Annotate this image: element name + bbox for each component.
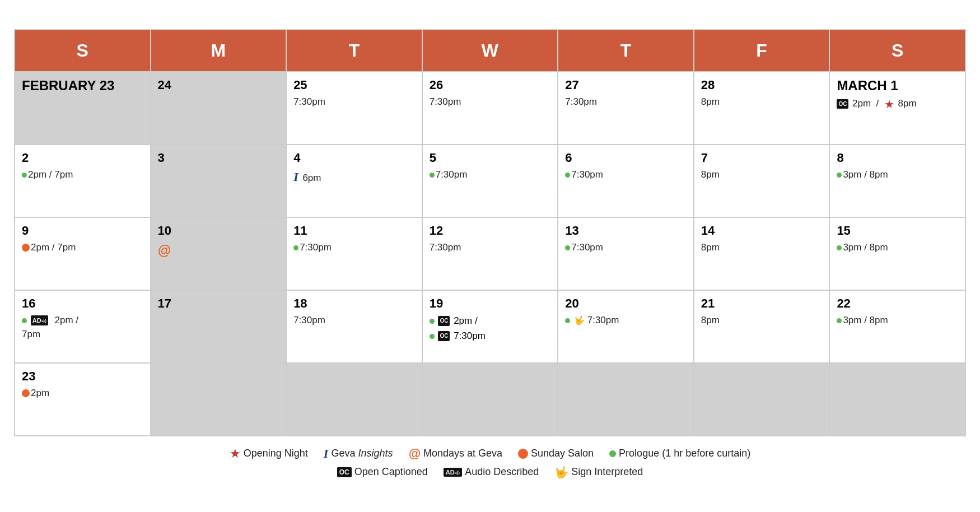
day-number: 16 xyxy=(22,296,143,311)
day-number: 10 xyxy=(158,224,279,238)
cell-mar7: 7 8pm xyxy=(694,145,830,217)
cell-mar4: 4 I 6pm xyxy=(286,145,422,217)
day-number: 22 xyxy=(837,296,958,311)
day-number: 18 xyxy=(293,296,415,311)
cell-mar9: 9 2pm / 7pm xyxy=(15,217,151,290)
prologue-dot xyxy=(22,173,27,178)
week-row-1: FEBRUARY 23 24 25 7:30pm 26 7:30pm xyxy=(15,72,965,145)
times: 7:30pm xyxy=(430,242,461,253)
cell-mar8: 8 3pm / 8pm xyxy=(829,145,965,217)
week-row-4: 16 AD» 2pm /7pm 17 18 7:30pm xyxy=(15,290,965,363)
times: 7:30pm xyxy=(293,242,332,253)
day-number: 5 xyxy=(430,151,551,165)
times: 7:30pm xyxy=(293,315,325,325)
cell-mar16: 16 AD» 2pm /7pm xyxy=(15,290,151,363)
prologue-dot xyxy=(22,318,27,323)
at-icon: @ xyxy=(158,243,171,258)
legend-ad: AD» Audio Described xyxy=(444,466,539,478)
legend-opening-night-label: Opening Night xyxy=(244,448,308,459)
legend-insights-icon: I xyxy=(324,446,329,461)
legend-sign-label: Sign Interpreted xyxy=(571,466,643,478)
prologue-dot xyxy=(430,319,435,324)
day-number: 26 xyxy=(430,78,551,92)
times: 8pm xyxy=(701,96,720,107)
legend-opening-night: ★ Opening Night xyxy=(230,446,308,461)
times: 3pm / 8pm xyxy=(837,169,888,180)
cell-mar10: 10 @ xyxy=(151,217,287,290)
day-number: 13 xyxy=(565,224,687,238)
legend-sign: 🤟 Sign Interpreted xyxy=(554,466,643,479)
legend-prologue-label: Prologue (1 hr before curtain) xyxy=(619,448,750,459)
header-saturday: S xyxy=(829,30,965,72)
times: @ xyxy=(158,246,171,257)
prologue-dot xyxy=(565,245,570,250)
day-number: 8 xyxy=(837,151,958,165)
times: I 6pm xyxy=(293,173,321,183)
day-number: 2 xyxy=(22,151,143,165)
day-number: MARCH 1 xyxy=(837,78,958,94)
legend-insights-label: Geva Insights xyxy=(331,448,393,459)
legend-sunday-salon: Sunday Salon xyxy=(518,448,594,459)
header-row: S M T W T F S xyxy=(15,30,965,72)
cell-mar20: 20 🤟 7:30pm xyxy=(558,290,694,363)
cell-mar1: MARCH 1 OC 2pm / ★ 8pm xyxy=(829,72,965,145)
legend-mondays: @ Mondays at Geva xyxy=(408,446,502,461)
legend-insights: I Geva Insights xyxy=(324,446,393,461)
cell-mar2: 2 2pm / 7pm xyxy=(15,145,151,217)
cell-feb25: 25 7:30pm xyxy=(286,72,422,145)
cell-mar15: 15 3pm / 8pm xyxy=(829,217,965,290)
day-number: FEBRUARY 23 xyxy=(22,78,143,94)
cell-mar13: 13 7:30pm xyxy=(558,217,694,290)
cell-feb26: 26 7:30pm xyxy=(422,72,558,145)
cell-feb23: FEBRUARY 23 xyxy=(15,72,151,145)
header-tuesday: T xyxy=(286,30,422,72)
oc-icon: OC xyxy=(438,316,450,326)
times: 3pm / 8pm xyxy=(837,315,888,325)
day-number: 4 xyxy=(293,151,415,165)
times: OC 2pm / ★ 8pm xyxy=(837,98,916,109)
prologue-dot xyxy=(430,334,435,339)
times: 8pm xyxy=(701,169,720,180)
day-number: 27 xyxy=(565,78,687,92)
ad-icon: AD» xyxy=(31,315,48,326)
day-number: 3 xyxy=(158,151,279,165)
times: 2pm xyxy=(22,388,49,398)
legend: ★ Opening Night I Geva Insights @ Monday… xyxy=(14,446,966,479)
legend-oc-label: Open Captioned xyxy=(354,466,428,478)
times: 7:30pm xyxy=(430,169,468,180)
day-number: 20 xyxy=(565,296,687,311)
legend-oc: OC Open Captioned xyxy=(337,466,428,478)
legend-row-2: OC Open Captioned AD» Audio Described 🤟 … xyxy=(14,466,966,479)
times: 7:30pm xyxy=(430,96,461,107)
cell-mar3: 3 xyxy=(151,145,287,217)
cell-mar6: 6 7:30pm xyxy=(558,145,694,217)
cell-empty-tue xyxy=(286,363,422,436)
prologue-dot xyxy=(565,318,570,323)
cell-mar21: 21 8pm xyxy=(694,290,830,363)
prologue-dot xyxy=(430,173,435,178)
day-number: 25 xyxy=(293,78,415,92)
times: 7:30pm xyxy=(565,96,597,107)
oc-icon: OC xyxy=(438,331,450,341)
legend-green-dot xyxy=(609,450,616,457)
day-number: 23 xyxy=(22,369,143,384)
times: 3pm / 8pm xyxy=(837,242,888,253)
cell-mar18: 18 7:30pm xyxy=(286,290,422,363)
day-number: 19 xyxy=(430,296,551,311)
legend-at-icon: @ xyxy=(408,446,420,461)
day-number: 12 xyxy=(430,224,551,238)
legend-ad-label: Audio Described xyxy=(465,466,539,478)
salon-dot xyxy=(22,244,30,252)
salon-dot xyxy=(22,389,30,397)
day-number: 28 xyxy=(701,78,823,92)
week-row-2: 2 2pm / 7pm 3 4 I 6pm xyxy=(15,145,965,217)
legend-sunday-salon-label: Sunday Salon xyxy=(531,448,594,459)
cell-empty-sat xyxy=(829,363,965,436)
cell-empty-wed xyxy=(422,363,558,436)
day-number: 21 xyxy=(701,296,823,311)
day-number: 14 xyxy=(701,224,823,238)
day-number: 24 xyxy=(158,78,279,92)
legend-row-1: ★ Opening Night I Geva Insights @ Monday… xyxy=(14,446,966,461)
prologue-dot xyxy=(565,173,570,178)
insights-icon: I xyxy=(293,170,298,184)
